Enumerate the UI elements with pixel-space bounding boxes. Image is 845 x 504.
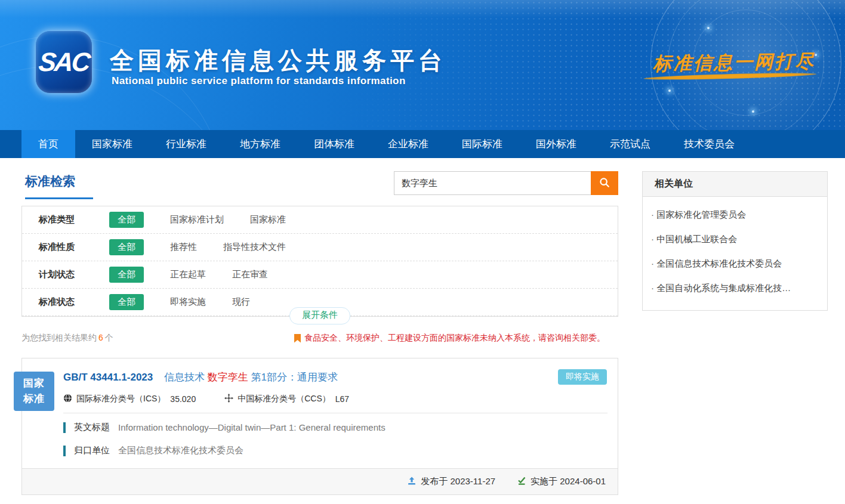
standard-title-part[interactable]: 信息技术 (164, 372, 205, 383)
notice-text: 食品安全、环境保护、工程建设方面的国家标准未纳入本系统，请咨询相关部委。 (304, 333, 605, 344)
sidebar-item-machinery-federation[interactable]: 中国机械工业联合会 (651, 227, 819, 252)
sidebar-item-it-standardization-committee[interactable]: 全国信息技术标准化技术委员会 (651, 252, 819, 276)
sidebar-item-sac[interactable]: 国家标准化管理委员会 (651, 203, 819, 227)
results-count: 6 (98, 333, 103, 342)
sac-logo[interactable]: SAC (36, 31, 92, 93)
search-input[interactable] (394, 171, 591, 195)
tab-standard-search[interactable]: 标准检索 (25, 173, 93, 199)
main-nav: 首页 国家标准 行业标准 地方标准 团体标准 企业标准 国际标准 国外标准 示范… (0, 130, 845, 158)
sac-logo-text: SAC (37, 47, 90, 77)
bookmark-icon (294, 334, 301, 343)
filter-option[interactable]: 现行 (232, 296, 250, 308)
site-subtitle: National public service platform for sta… (112, 75, 406, 87)
standard-title-part[interactable]: 第1部分：通用要求 (251, 372, 337, 383)
filter-all-button[interactable]: 全部 (109, 239, 144, 255)
standard-title-keyword[interactable]: 数字孪生 (208, 372, 248, 383)
dept-row: 归口单位 全国信息技术标准化技术委员会 (63, 445, 618, 456)
nav-item-foreign-standards[interactable]: 国外标准 (519, 130, 593, 158)
filter-row-plan-status: 计划状态 全部 正在起草 正在审查 (22, 261, 618, 289)
row-accent-bar (63, 422, 66, 433)
dept-label: 归口单位 (74, 445, 110, 456)
banner-slogan: 标准信息一网打尽 (653, 49, 816, 77)
nav-item-international-standards[interactable]: 国际标准 (445, 130, 519, 158)
standard-type-badge: 国家 标准 (14, 372, 54, 411)
english-title-label: 英文标题 (74, 422, 110, 433)
dept-value: 全国信息技术标准化技术委员会 (118, 445, 243, 456)
standard-code[interactable]: GB/T 43441.1-2023 (63, 372, 153, 383)
nav-item-technical-committee[interactable]: 技术委员会 (667, 130, 751, 158)
standard-result-card: 国家 标准 GB/T 43441.1-2023 信息技术 数字孪生 第1部分：通… (21, 358, 618, 495)
filter-all-button[interactable]: 全部 (109, 294, 144, 310)
nav-item-pilot-program[interactable]: 示范试点 (593, 130, 667, 158)
related-units-list: 国家标准化管理委员会 中国机械工业联合会 全国信息技术标准化技术委员会 全国自动… (643, 197, 827, 310)
nav-item-home[interactable]: 首页 (21, 130, 75, 158)
sidebar-item-automation-systems-committee[interactable]: 全国自动化系统与集成标准化技… (651, 276, 819, 301)
spark-dot (752, 110, 754, 113)
badge-line: 标准 (23, 391, 45, 407)
filter-option[interactable]: 推荐性 (170, 242, 197, 253)
row-accent-bar (63, 446, 66, 456)
related-units-title: 相关单位 (643, 172, 827, 197)
card-footer: 发布于 2023-11-27 实施于 2024-06-01 (22, 468, 618, 494)
filter-option[interactable]: 正在起草 (170, 269, 206, 280)
related-units-panel: 相关单位 国家标准化管理委员会 中国机械工业联合会 全国信息技术标准化技术委员会… (642, 171, 828, 311)
filter-option[interactable]: 指导性技术文件 (223, 242, 286, 253)
filter-all-button[interactable]: 全部 (109, 212, 144, 228)
implement-date-text: 实施于 2024-06-01 (531, 476, 606, 487)
filter-all-button[interactable]: 全部 (109, 267, 144, 283)
filter-label: 标准类型 (39, 214, 94, 225)
nav-item-national-standards[interactable]: 国家标准 (75, 130, 149, 158)
filter-label: 标准状态 (39, 296, 94, 308)
ics-label: 国际标准分类号（ICS） (76, 394, 165, 404)
english-title-value: Information technology—Digital twin—Part… (118, 422, 386, 432)
site-title: 全国标准信息公共服务平台 (110, 44, 446, 77)
filter-row-standard-nature: 标准性质 全部 推荐性 指导性技术文件 (22, 234, 618, 261)
implement-date-item: 实施于 2024-06-01 (517, 476, 606, 487)
results-row: 为您找到相关结果约6个 食品安全、环境保护、工程建设方面的国家标准未纳入本系统，… (21, 333, 618, 344)
results-summary-suffix: 个 (105, 333, 113, 342)
globe-icon (63, 394, 76, 404)
compass-icon (224, 394, 238, 404)
system-notice: 食品安全、环境保护、工程建设方面的国家标准未纳入本系统，请咨询相关部委。 (294, 333, 605, 344)
ccs-value: L67 (335, 394, 349, 404)
filter-label: 标准性质 (39, 242, 94, 253)
nav-item-industry-standards[interactable]: 行业标准 (149, 130, 223, 158)
filter-option[interactable]: 国家标准计划 (170, 214, 224, 225)
nav-item-local-standards[interactable]: 地方标准 (223, 130, 297, 158)
results-summary-prefix: 为您找到相关结果约 (21, 333, 97, 342)
spark-dot (668, 89, 671, 92)
nav-item-group-standards[interactable]: 团体标准 (297, 130, 371, 158)
nav-item-enterprise-standards[interactable]: 企业标准 (371, 130, 445, 158)
filter-label: 计划状态 (39, 269, 94, 280)
publish-icon (407, 476, 421, 487)
ccs-item: 中国标准分类号（CCS） L67 (224, 394, 349, 404)
badge-line: 国家 (23, 376, 45, 391)
classification-row: 国际标准分类号（ICS） 35.020 (63, 394, 618, 404)
status-badge: 即将实施 (558, 369, 607, 385)
check-icon (517, 476, 531, 487)
standard-title[interactable]: GB/T 43441.1-2023 信息技术 数字孪生 第1部分：通用要求 (22, 358, 618, 384)
publish-date-item: 发布于 2023-11-27 (407, 476, 495, 487)
main-content: 标准检索 标准类型 全部 国家标准计划 国家标准 标准性质 (0, 158, 845, 504)
search-icon (599, 177, 610, 190)
card-divider (63, 413, 607, 413)
expand-conditions-button[interactable]: 展开条件 (289, 307, 350, 324)
filter-panel: 标准类型 全部 国家标准计划 国家标准 标准性质 全部 推荐性 指导性技术文件 … (21, 206, 618, 317)
english-title-row: 英文标题 Information technology—Digital twin… (63, 422, 618, 433)
search-box (394, 171, 618, 195)
publish-date-text: 发布于 2023-11-27 (421, 476, 495, 487)
results-summary: 为您找到相关结果约6个 (21, 333, 113, 344)
spark-dot (707, 27, 710, 29)
filter-option[interactable]: 即将实施 (170, 296, 206, 308)
ccs-label: 中国标准分类号（CCS） (238, 394, 331, 404)
filter-option[interactable]: 正在审查 (232, 269, 268, 280)
site-banner: SAC 全国标准信息公共服务平台 National public service… (0, 0, 845, 130)
ics-item: 国际标准分类号（ICS） 35.020 (63, 394, 196, 404)
filter-option[interactable]: 国家标准 (250, 214, 286, 225)
search-button[interactable] (591, 171, 618, 195)
filter-row-standard-type: 标准类型 全部 国家标准计划 国家标准 (22, 206, 618, 234)
ics-value: 35.020 (170, 394, 196, 404)
